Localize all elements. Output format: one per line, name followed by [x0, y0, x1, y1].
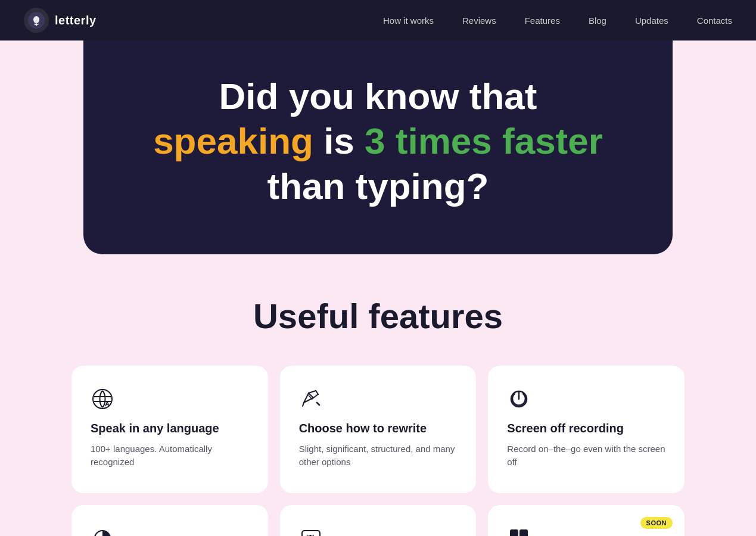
feature-rewrite-title: Choose how to rewrite: [299, 422, 458, 435]
svg-text:A: A: [105, 400, 110, 407]
nav-link-reviews[interactable]: Reviews: [462, 15, 496, 26]
svg-rect-18: [519, 529, 528, 536]
feature-card-widget: SOON Widget Quickly start recording usin…: [488, 505, 685, 536]
hero-is: is: [323, 120, 354, 161]
language-icon: A: [91, 387, 114, 411]
hero-times-faster: times faster: [396, 120, 603, 161]
hero-section: Did you know that speaking is 3 times fa…: [83, 40, 673, 254]
features-section: Useful features A Speak in any language …: [0, 254, 756, 536]
svg-point-1: [33, 16, 39, 23]
logo[interactable]: letterly: [24, 8, 97, 33]
svg-rect-17: [510, 529, 518, 536]
feature-card-dark-light: Dark and light modes Choose the interfac…: [71, 505, 268, 536]
features-title: Useful features: [71, 296, 685, 336]
nav-link-blog[interactable]: Blog: [589, 15, 606, 26]
logo-text: letterly: [55, 14, 97, 27]
soon-badge: SOON: [640, 517, 673, 529]
features-grid: A Speak in any language 100+ languages. …: [71, 366, 685, 536]
pen-icon: [299, 387, 323, 411]
feature-screen-off-title: Screen off recording: [507, 422, 665, 435]
svg-line-9: [316, 391, 318, 394]
nav-links: How it works Reviews Features Blog Updat…: [383, 15, 732, 26]
hero-line2: speaking is 3 times faster: [107, 119, 649, 163]
feature-card-rewrite: Choose how to rewrite Slight, significan…: [280, 366, 477, 493]
contrast-icon: [91, 526, 114, 536]
widget-icon: [507, 526, 531, 536]
hero-line1: Did you know that: [107, 76, 649, 117]
svg-line-8: [313, 394, 318, 398]
power-icon: [507, 387, 531, 411]
feature-card-language: A Speak in any language 100+ languages. …: [71, 366, 268, 493]
hero-line3: than typing?: [107, 166, 649, 207]
logo-icon: [24, 8, 49, 33]
svg-line-7: [309, 391, 316, 393]
type-icon: T: [299, 526, 323, 536]
feature-screen-off-desc: Record on–the–go even with the screen of…: [507, 442, 665, 469]
hero-three: 3: [365, 120, 385, 161]
svg-text:T: T: [307, 533, 314, 536]
nav-link-contacts[interactable]: Contacts: [697, 15, 732, 26]
feature-card-screen-off: Screen off recording Record on–the–go ev…: [488, 366, 685, 493]
nav-link-features[interactable]: Features: [525, 15, 560, 26]
feature-card-type: T Type if you can't speak Text inputs ca…: [280, 505, 477, 536]
navbar: letterly How it works Reviews Features B…: [0, 0, 756, 40]
nav-link-how-it-works[interactable]: How it works: [383, 15, 434, 26]
feature-rewrite-desc: Slight, significant, structured, and man…: [299, 442, 458, 469]
nav-link-updates[interactable]: Updates: [635, 15, 668, 26]
svg-line-10: [303, 403, 304, 406]
feature-language-title: Speak in any language: [91, 422, 249, 435]
feature-language-desc: 100+ languages. Automatically recognized: [91, 442, 249, 469]
hero-speaking: speaking: [153, 120, 313, 161]
